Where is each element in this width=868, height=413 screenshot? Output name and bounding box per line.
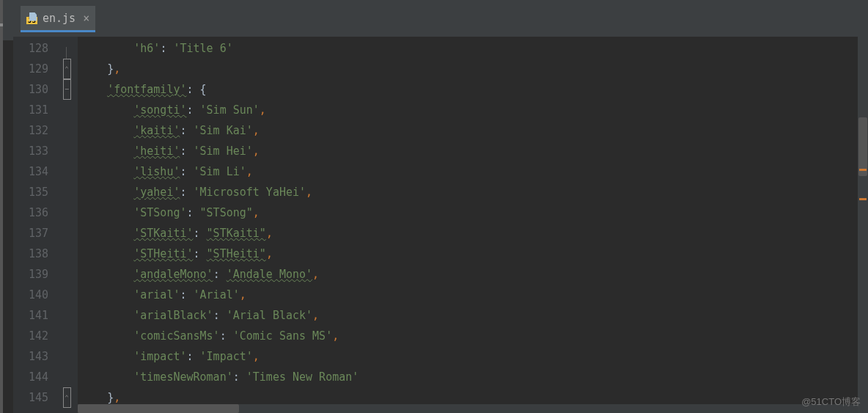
fold-slot xyxy=(56,182,78,202)
code-line[interactable]: 'kaiti': 'Sim Kai', xyxy=(81,120,868,141)
fold-slot xyxy=(56,326,78,346)
fold-slot: ⌃ xyxy=(56,59,78,79)
scroll-marker xyxy=(859,169,867,171)
line-number: 143 xyxy=(13,346,48,367)
fold-slot xyxy=(56,38,78,59)
fold-slot xyxy=(56,161,78,182)
fold-slot xyxy=(56,305,78,326)
line-number-gutter: 1281291301311321331341351361371381391401… xyxy=(13,37,56,413)
line-number: 145 xyxy=(13,387,48,408)
code-line[interactable]: 'fontfamily': { xyxy=(81,79,868,100)
code-line[interactable]: 'yahei': 'Microsoft YaHei', xyxy=(81,182,868,202)
code-line[interactable]: 'impact': 'Impact', xyxy=(81,346,868,367)
code-line[interactable]: }, xyxy=(81,59,868,79)
code-editor[interactable]: 1281291301311321331341351361371381391401… xyxy=(13,37,868,413)
fold-slot: ⌃ xyxy=(56,387,78,408)
code-line[interactable]: 'arial': 'Arial', xyxy=(81,285,868,305)
fold-slot xyxy=(56,223,78,244)
line-number: 136 xyxy=(13,202,48,223)
fold-slot xyxy=(56,367,78,387)
code-line[interactable]: 'lishu': 'Sim Li', xyxy=(81,161,868,182)
line-number: 128 xyxy=(13,38,48,59)
code-line[interactable]: 'h6': 'Title 6' xyxy=(81,38,868,59)
line-number: 134 xyxy=(13,161,48,182)
line-number: 135 xyxy=(13,182,48,202)
vertical-scroll-thumb[interactable] xyxy=(858,117,867,176)
fold-end-icon[interactable]: ⌃ xyxy=(63,59,71,79)
fold-slot xyxy=(56,141,78,161)
file-tab-enjs[interactable]: JS en.js × xyxy=(21,6,95,32)
tab-label: en.js xyxy=(43,12,76,25)
horizontal-scroll-thumb[interactable] xyxy=(78,404,239,413)
line-number: 142 xyxy=(13,326,48,346)
line-number: 144 xyxy=(13,367,48,387)
line-number: 138 xyxy=(13,244,48,264)
code-line[interactable]: 'STSong': "STSong", xyxy=(81,202,868,223)
fold-minus-icon[interactable]: − xyxy=(63,79,71,100)
left-panel-edge xyxy=(0,0,3,413)
fold-slot xyxy=(56,264,78,285)
fold-slot xyxy=(56,346,78,367)
watermark: @51CTO博客 xyxy=(801,395,861,409)
fold-end-icon[interactable]: ⌃ xyxy=(63,387,71,408)
code-area[interactable]: 'h6': 'Title 6' }, 'fontfamily': { 'song… xyxy=(78,37,868,413)
fold-slot xyxy=(56,285,78,305)
code-line[interactable]: 'songti': 'Sim Sun', xyxy=(81,100,868,120)
code-line[interactable]: 'STHeiti': "STHeiti", xyxy=(81,244,868,264)
code-line[interactable]: 'comicSansMs': 'Comic Sans MS', xyxy=(81,326,868,346)
close-icon[interactable]: × xyxy=(83,12,89,25)
code-line[interactable]: 'andaleMono': 'Andale Mono', xyxy=(81,264,868,285)
js-file-icon: JS xyxy=(26,12,38,24)
line-number: 129 xyxy=(13,59,48,79)
line-number: 130 xyxy=(13,79,48,100)
fold-slot xyxy=(56,244,78,264)
fold-column[interactable]: ⌃−⌃ xyxy=(56,37,78,413)
line-number: 141 xyxy=(13,305,48,326)
line-number: 133 xyxy=(13,141,48,161)
fold-slot xyxy=(56,120,78,141)
fold-slot xyxy=(56,100,78,120)
fold-slot xyxy=(56,202,78,223)
code-line[interactable]: 'STKaiti': "STKaiti", xyxy=(81,223,868,244)
editor-tab-bar: JS en.js × xyxy=(3,0,868,40)
vertical-scrollbar[interactable] xyxy=(858,37,868,413)
code-line[interactable]: 'timesNewRoman': 'Times New Roman' xyxy=(81,367,868,387)
code-line[interactable]: 'arialBlack': 'Arial Black', xyxy=(81,305,868,326)
line-number: 131 xyxy=(13,100,48,120)
line-number: 139 xyxy=(13,264,48,285)
line-number: 137 xyxy=(13,223,48,244)
line-number: 140 xyxy=(13,285,48,305)
horizontal-scrollbar[interactable] xyxy=(78,404,858,413)
line-number: 132 xyxy=(13,120,48,141)
fold-slot: − xyxy=(56,79,78,100)
code-line[interactable]: 'heiti': 'Sim Hei', xyxy=(81,141,868,161)
scroll-marker xyxy=(859,198,867,200)
